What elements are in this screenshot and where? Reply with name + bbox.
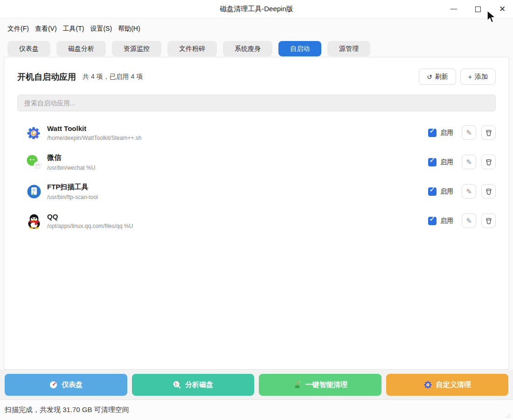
minimize-icon	[451, 9, 457, 9]
app-name: 微信	[47, 153, 95, 162]
pencil-icon: ✎	[466, 129, 472, 137]
refresh-icon: ↺	[427, 73, 432, 81]
menu-view[interactable]: 查看(V)	[35, 25, 57, 33]
menu-file[interactable]: 文件(F)	[7, 25, 29, 33]
app-path: /home/deepin/WattToolkit/Steam++.sh	[47, 135, 141, 141]
maximize-icon	[475, 7, 481, 12]
custom-clean-button-label: 自定义清理	[436, 380, 471, 389]
app-info: Watt Toolkit /home/deepin/WattToolkit/St…	[47, 124, 141, 141]
check-icon: ✓	[429, 214, 436, 224]
gauge-icon	[49, 380, 58, 389]
status-bar: 扫描完成，共发现 31.70 GB 可清理空间	[0, 399, 513, 420]
tab-autostart[interactable]: 自启动	[278, 41, 321, 56]
enable-label: 启用	[440, 187, 453, 196]
check-icon: ✓	[429, 156, 436, 165]
gear-icon	[423, 380, 432, 389]
close-button[interactable]: ✕	[498, 5, 506, 14]
autostart-item-row: FTP扫描工具 /usr/bin/ftp-scan-tool ✓ 启用 ✎	[17, 177, 496, 206]
analyze-disk-button[interactable]: 分析磁盘	[132, 374, 255, 396]
autostart-item-row: 微信 /usr/bin/wechat %U ✓ 启用 ✎	[17, 147, 496, 177]
maximize-button[interactable]	[474, 5, 482, 14]
delete-button[interactable]	[481, 155, 496, 169]
row-controls: ✓ 启用 ✎	[428, 184, 496, 199]
smart-clean-button[interactable]: 一键智能清理	[259, 374, 381, 396]
add-button[interactable]: + 添加	[460, 69, 496, 85]
check-icon: ✓	[429, 185, 436, 194]
enable-checkbox[interactable]: ✓	[428, 217, 437, 225]
app-name: Watt Toolkit	[47, 124, 141, 132]
refresh-label: 刷新	[435, 73, 448, 81]
add-label: 添加	[475, 73, 488, 81]
pencil-icon: ✎	[466, 217, 472, 225]
broom-icon	[293, 380, 302, 389]
tab-dashboard[interactable]: 仪表盘	[7, 41, 50, 56]
disk-magnifier-icon	[173, 380, 181, 389]
minimize-button[interactable]	[450, 5, 458, 14]
autostart-list: Watt Toolkit /home/deepin/WattToolkit/St…	[17, 118, 496, 235]
app-info: 微信 /usr/bin/wechat %U	[47, 153, 95, 171]
menu-help[interactable]: 帮助(H)	[118, 25, 140, 33]
tab-file-shredder[interactable]: 文件粉碎	[167, 41, 217, 56]
trash-icon	[485, 188, 492, 195]
check-icon: ✓	[429, 126, 436, 136]
app-path: /usr/bin/wechat %U	[47, 165, 95, 171]
mouse-cursor	[486, 10, 497, 24]
dashboard-button-label: 仪表盘	[62, 380, 83, 389]
trash-icon	[485, 129, 492, 137]
app-path: /usr/bin/ftp-scan-tool	[47, 194, 98, 200]
page-title: 开机自启动应用	[17, 71, 76, 83]
app-window: 磁盘清理工具-Deepin版 ✕ 文件(F) 查看(V) 工具(T) 设置(S)…	[0, 0, 513, 420]
plus-icon: +	[468, 73, 472, 81]
delete-button[interactable]	[481, 125, 496, 140]
tab-bar: 仪表盘 磁盘分析 资源监控 文件粉碎 系统瘦身 自启动 源管理	[0, 39, 513, 57]
menu-tools[interactable]: 工具(T)	[63, 25, 84, 33]
row-controls: ✓ 启用 ✎	[428, 213, 496, 228]
tab-source-manager[interactable]: 源管理	[327, 41, 370, 56]
refresh-button[interactable]: ↺ 刷新	[419, 69, 456, 85]
enable-label: 启用	[440, 217, 453, 225]
delete-button[interactable]	[481, 213, 496, 228]
menu-settings[interactable]: 设置(S)	[90, 25, 112, 33]
autostart-item-row: QQ /opt/apps/linux.qq.com/files/qq %U ✓ …	[17, 206, 496, 235]
edit-button[interactable]: ✎	[462, 213, 476, 228]
trash-icon	[485, 158, 492, 166]
row-controls: ✓ 启用 ✎	[428, 125, 496, 140]
enable-checkbox[interactable]: ✓	[428, 158, 437, 166]
trash-icon	[485, 217, 492, 225]
tab-resource-monitor[interactable]: 资源监控	[112, 41, 161, 56]
menu-bar: 文件(F) 查看(V) 工具(T) 设置(S) 帮助(H)	[0, 19, 513, 39]
close-icon: ✕	[499, 5, 506, 13]
title-bar: 磁盘清理工具-Deepin版 ✕	[0, 0, 513, 19]
app-name: QQ	[47, 213, 133, 220]
app-name: FTP扫描工具	[47, 183, 98, 192]
delete-button[interactable]	[481, 184, 496, 199]
edit-button[interactable]: ✎	[462, 184, 476, 199]
enable-checkbox[interactable]: ✓	[428, 129, 437, 137]
tab-disk-analysis[interactable]: 磁盘分析	[56, 41, 106, 56]
search-input[interactable]	[17, 95, 496, 111]
window-title: 磁盘清理工具-Deepin版	[220, 5, 293, 14]
smart-clean-button-label: 一键智能清理	[305, 380, 347, 389]
custom-clean-button[interactable]: 自定义清理	[386, 374, 509, 396]
app-info: FTP扫描工具 /usr/bin/ftp-scan-tool	[47, 183, 98, 200]
footer-action-bar: 仪表盘 分析磁盘 一键智能清理	[0, 370, 513, 399]
enable-label: 启用	[440, 129, 453, 137]
wechat-icon	[26, 154, 42, 171]
autostart-panel: 开机自启动应用 共 4 项，已启用 4 项 ↺ 刷新 + 添加	[4, 57, 509, 370]
window-controls: ✕	[450, 0, 506, 18]
panel-header: 开机自启动应用 共 4 项，已启用 4 项 ↺ 刷新 + 添加	[17, 69, 496, 85]
edit-button[interactable]: ✎	[462, 155, 476, 169]
app-path: /opt/apps/linux.qq.com/files/qq %U	[47, 223, 133, 229]
analyze-disk-button-label: 分析磁盘	[185, 380, 213, 389]
tab-system-slim[interactable]: 系统瘦身	[223, 41, 272, 56]
enable-label: 启用	[440, 158, 453, 166]
enable-checkbox[interactable]: ✓	[428, 187, 437, 196]
status-text: 扫描完成，共发现 31.70 GB 可清理空间	[5, 406, 129, 414]
edit-button[interactable]: ✎	[462, 125, 476, 140]
pencil-icon: ✎	[466, 187, 472, 196]
resize-grip-icon[interactable]	[504, 411, 511, 418]
qq-icon	[26, 213, 42, 229]
pencil-icon: ✎	[466, 158, 472, 166]
dashboard-button[interactable]: 仪表盘	[5, 374, 127, 396]
ftp-scan-icon	[26, 183, 42, 200]
